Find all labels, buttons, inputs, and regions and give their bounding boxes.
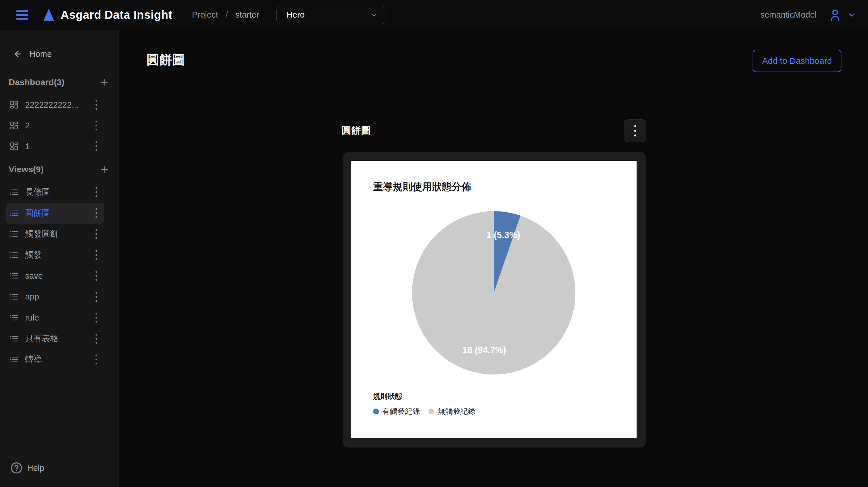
item-kebab-menu[interactable]	[93, 247, 100, 263]
dashboard-grid-icon	[9, 100, 19, 109]
chart-card-title: 圓餅圖	[341, 124, 371, 137]
item-kebab-menu[interactable]	[93, 184, 100, 200]
list-icon	[9, 208, 19, 218]
chart-legend: 規則狀態 有觸發紀錄 無觸發紀錄	[373, 391, 475, 416]
legend-item: 無觸發紀錄	[429, 406, 475, 416]
legend-dot	[373, 409, 379, 414]
list-icon	[9, 251, 19, 260]
chart-card: 重導規則使用狀態分佈 1 (5.3%) 18 (94.7%) 規則狀態 有觸發紀…	[343, 152, 646, 448]
sidebar-item-label: 2	[25, 121, 93, 130]
sidebar-item-label: 觸發圓餅	[25, 228, 93, 240]
app-logo-icon	[43, 9, 54, 21]
breadcrumb-separator: /	[226, 10, 228, 20]
sidebar-item-label: 圓餅圖	[25, 207, 93, 219]
item-kebab-menu[interactable]	[93, 97, 100, 112]
breadcrumb-project[interactable]: Project	[192, 10, 218, 20]
sidebar-item-view[interactable]: rule	[6, 307, 104, 328]
sidebar-item-label: 1	[25, 142, 93, 151]
semantic-model-label: semanticModel	[761, 10, 817, 20]
sidebar-home-button[interactable]: Home	[13, 48, 52, 60]
help-label: Help	[27, 463, 44, 473]
legend-label: 有觸發紀錄	[382, 406, 420, 416]
legend-dot	[429, 409, 434, 414]
item-kebab-menu[interactable]	[93, 226, 100, 242]
item-kebab-menu[interactable]	[93, 138, 100, 154]
chart-card-kebab-menu[interactable]	[624, 120, 646, 142]
main-content: 圓餅圖 Add to Dashboard 圓餅圖 重導規則使用狀態分佈 1 (5…	[119, 30, 868, 487]
sidebar-item-label: 觸發	[25, 249, 93, 261]
dashboard-grid-icon	[9, 121, 19, 130]
user-menu-chevron-down-icon	[847, 10, 857, 20]
list-icon	[9, 229, 19, 238]
sidebar-item-label: rule	[25, 313, 93, 323]
breadcrumb: Project / starter	[192, 10, 259, 20]
sidebar-item-label: app	[25, 292, 93, 301]
views-section-title: Views(9)	[9, 164, 43, 174]
legend-label: 無觸發紀錄	[438, 406, 475, 416]
sidebar-item-view[interactable]: 轉導	[6, 349, 104, 370]
item-kebab-menu[interactable]	[93, 352, 100, 367]
sidebar-item-dashboard[interactable]: 1	[6, 136, 104, 157]
item-kebab-menu[interactable]	[93, 331, 100, 347]
item-kebab-menu[interactable]	[93, 205, 100, 221]
env-select-value: Hero	[286, 10, 370, 20]
help-button[interactable]: Help	[10, 462, 44, 474]
sidebar-item-dashboard[interactable]: 2	[6, 115, 104, 136]
chevron-down-icon	[370, 11, 378, 19]
sidebar: Home Dashboard(3) 2222222222... 2 1	[0, 30, 119, 487]
back-arrow-icon	[13, 49, 23, 59]
legend-item: 有觸發紀錄	[373, 406, 420, 416]
list-icon	[9, 292, 19, 301]
pie-data-label-gray: 18 (94.7%)	[462, 345, 506, 355]
sidebar-item-label: save	[25, 271, 93, 281]
list-icon	[9, 271, 19, 281]
app-title: Asgard Data Insight	[61, 8, 172, 21]
list-icon	[9, 188, 19, 197]
hamburger-menu-icon[interactable]	[16, 8, 28, 22]
sidebar-item-view[interactable]: 觸發圓餅	[6, 224, 104, 245]
item-kebab-menu[interactable]	[93, 118, 100, 133]
env-select-dropdown[interactable]: Hero	[276, 6, 386, 24]
sidebar-item-label: 長條圖	[25, 186, 93, 198]
list-icon	[9, 313, 19, 322]
sidebar-item-dashboard[interactable]: 2222222222...	[6, 94, 104, 115]
sidebar-item-view[interactable]: app	[6, 287, 104, 307]
user-icon	[828, 8, 842, 22]
dashboard-grid-icon	[9, 142, 19, 151]
add-view-plus-icon[interactable]	[98, 164, 110, 175]
add-dashboard-plus-icon[interactable]	[98, 76, 110, 88]
user-menu[interactable]	[828, 8, 857, 22]
breadcrumb-project-name[interactable]: starter	[236, 10, 259, 20]
sidebar-item-label: 只有表格	[25, 333, 93, 345]
list-icon	[9, 334, 19, 343]
sidebar-item-view[interactable]: save	[6, 265, 104, 287]
sidebar-item-view[interactable]: 只有表格	[6, 328, 104, 349]
top-nav: Asgard Data Insight Project / starter He…	[0, 0, 868, 30]
chart-panel: 重導規則使用狀態分佈 1 (5.3%) 18 (94.7%) 規則狀態 有觸發紀…	[351, 161, 637, 438]
page-title: 圓餅圖	[147, 51, 185, 68]
sidebar-item-label: 轉導	[25, 354, 93, 365]
add-to-dashboard-button[interactable]: Add to Dashboard	[752, 50, 841, 72]
list-icon	[9, 355, 19, 364]
item-kebab-menu[interactable]	[93, 268, 100, 284]
item-kebab-menu[interactable]	[93, 310, 100, 325]
header-right: semanticModel	[761, 8, 868, 22]
sidebar-item-label: 2222222222...	[25, 100, 93, 110]
help-circle-icon	[10, 462, 23, 474]
pie-data-label-blue: 1 (5.3%)	[486, 230, 520, 240]
sidebar-item-view[interactable]: 圓餅圖	[6, 203, 104, 224]
dashboard-section-title: Dashboard(3)	[9, 77, 64, 87]
legend-title: 規則狀態	[373, 391, 475, 401]
sidebar-item-view[interactable]: 觸發	[6, 245, 104, 266]
sidebar-item-view[interactable]: 長條圖	[6, 182, 104, 203]
item-kebab-menu[interactable]	[93, 289, 100, 305]
sidebar-home-label: Home	[29, 49, 52, 59]
